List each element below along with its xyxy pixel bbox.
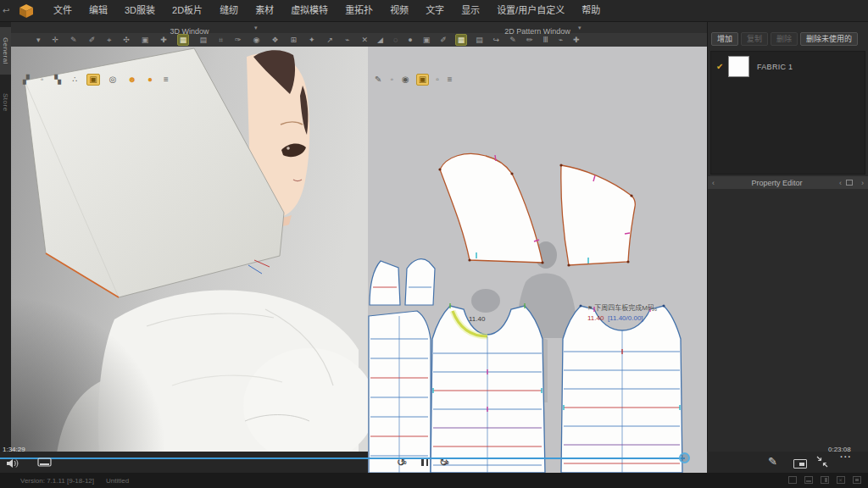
3d-window-titlebar[interactable]: 3D Window ▾ [11,22,368,33]
tool-icon[interactable]: ❖ [270,35,280,45]
tool-icon[interactable]: ✐ [438,35,448,45]
tool-icon[interactable]: ✏ [525,35,535,45]
picture-in-picture-icon[interactable] [793,459,807,469]
3d-viewport[interactable]: ▞◦▚∴▣◎☻●≡ [11,47,368,452]
menu-item[interactable]: 视频 [381,0,417,21]
tool-icon[interactable]: ◦ [388,75,395,85]
tool-icon[interactable]: ⊞ [288,35,298,45]
layout-icon[interactable] [821,476,829,484]
chevron-right-icon[interactable]: › [857,179,868,187]
menu-item[interactable]: 2D板片 [164,0,211,21]
tool-icon[interactable]: ◉ [400,75,411,85]
menu-item[interactable]: 显示 [453,0,488,21]
tool-icon[interactable]: ✎ [508,35,518,45]
tool-icon[interactable]: ✎ [373,75,383,85]
tool-icon[interactable]: ✦ [307,35,317,45]
layout-icon[interactable]: ✕ [837,476,845,484]
sidetab-general[interactable]: General [0,27,11,75]
layout-icon[interactable] [853,476,861,484]
chevron-left-icon[interactable]: ‹ [835,179,846,187]
tool-icon[interactable]: ▾ [35,35,42,45]
tool-icon[interactable]: ⌗ [217,35,225,45]
2d-window-titlebar[interactable]: 2D Pattern Window ▾ [368,22,707,33]
tool-icon[interactable]: ▣ [421,35,432,45]
tool-icon[interactable]: ▚ [53,75,63,85]
tool-icon[interactable]: ▤ [198,35,209,45]
tool-icon[interactable]: ▦ [177,34,190,46]
tool-icon[interactable]: ☻ [126,75,139,85]
tool-icon[interactable]: ◌ [392,35,399,45]
fabric-swatch[interactable] [728,56,749,77]
menu-item[interactable]: 虚拟模特 [282,0,337,21]
timeline-track[interactable] [0,458,685,459]
left-pattern-cluster[interactable] [369,259,435,473]
middle-bodice-piece[interactable] [431,303,545,473]
popout-icon[interactable] [846,180,853,186]
right-bodice-piece[interactable] [561,305,682,474]
tool-icon[interactable]: ∴ [70,75,79,85]
menu-item[interactable]: 重拓扑 [337,0,381,21]
tool-icon[interactable]: ✎ [69,35,79,45]
layout-icon[interactable] [788,476,797,484]
tool-icon[interactable]: ↗ [326,35,336,45]
tool-icon[interactable]: ● [406,35,414,45]
tool-icon[interactable]: ≡ [162,75,170,85]
layout-icon[interactable] [804,476,813,484]
2d-viewport[interactable]: 11.40 ⚑下周四车板完成M码。 11.40 [11.40/0.00] ✎◦◉… [368,47,707,473]
delete-unused-button[interactable]: 删除未使用的 [800,32,858,46]
menu-item[interactable]: 素材 [247,0,282,21]
tool-icon[interactable]: ✑ [233,35,243,45]
tool-icon[interactable]: ✚ [159,35,169,45]
chevron-left-icon[interactable]: ‹ [708,179,719,187]
tool-icon[interactable]: ◎ [108,75,119,85]
menu-item[interactable]: 缝纫 [211,0,247,21]
skip-forward-button[interactable]: ↻ 30 [439,454,453,468]
back-arrow-icon[interactable]: ↩ [3,6,13,15]
add-button[interactable]: 增加 [711,32,738,46]
tool-icon[interactable]: ✣ [121,35,131,45]
menu-item[interactable]: 文件 [45,0,81,21]
delete-button[interactable]: 删除 [771,32,798,46]
tool-icon[interactable]: ◦ [39,75,46,85]
more-options-icon[interactable]: ··· [840,452,852,462]
application-window: ↩ 文件编辑3D服装2D板片缝纫素材虚拟模特重拓扑视频文字显示设置/用户自定义帮… [0,0,868,488]
pencil-icon[interactable]: ✎ [768,455,777,468]
collapse-arrows-icon[interactable] [816,456,828,468]
skip-back-button[interactable]: ↺ 10 [397,454,410,468]
chevron-down-icon[interactable]: ▾ [254,22,258,33]
tool-icon[interactable]: ▣ [86,74,99,86]
tool-icon[interactable]: ⌁ [343,35,351,45]
tool-icon[interactable]: ✛ [51,35,61,45]
tool-icon[interactable]: ◢ [376,35,385,45]
tool-icon[interactable]: ▦ [455,34,468,46]
tool-icon[interactable]: ⌁ [557,35,565,45]
tool-icon[interactable]: ● [146,75,154,85]
menu-item[interactable]: 设置/用户自定义 [488,0,573,21]
hood-pattern-pieces[interactable] [440,153,635,265]
copy-button[interactable]: 复制 [741,32,768,46]
fabric-list-item[interactable]: ✔ FABRIC 1 [711,52,865,81]
tool-icon[interactable]: ◉ [252,35,262,45]
tool-icon[interactable]: Ⅲ [541,35,549,45]
tool-icon[interactable]: ▤ [474,35,485,45]
tool-icon[interactable]: ▫ [434,75,441,85]
speaker-icon[interactable] [7,458,19,469]
timeline-handle[interactable] [679,452,690,463]
tool-icon[interactable]: ✚ [571,35,581,45]
chevron-down-icon[interactable]: ▾ [578,22,581,33]
display-icon[interactable] [37,458,52,469]
check-icon[interactable]: ✔ [716,62,728,71]
menu-item[interactable]: 帮助 [573,0,609,21]
property-editor-header[interactable]: ‹ Property Editor ‹ › [708,176,868,189]
sidetab-store[interactable]: Store [0,83,11,122]
tool-icon[interactable]: ↪ [492,35,502,45]
tool-icon[interactable]: ≡ [446,75,454,85]
tool-icon[interactable]: ▞ [21,75,31,85]
menu-item[interactable]: 编辑 [81,0,116,21]
tool-icon[interactable]: ▣ [416,74,429,86]
tool-icon[interactable]: ▣ [140,35,151,45]
tool-icon[interactable]: ⌖ [105,35,113,45]
menu-item[interactable]: 3D服装 [116,0,164,21]
tool-icon[interactable]: ✐ [87,35,97,45]
menu-item[interactable]: 文字 [417,0,453,21]
